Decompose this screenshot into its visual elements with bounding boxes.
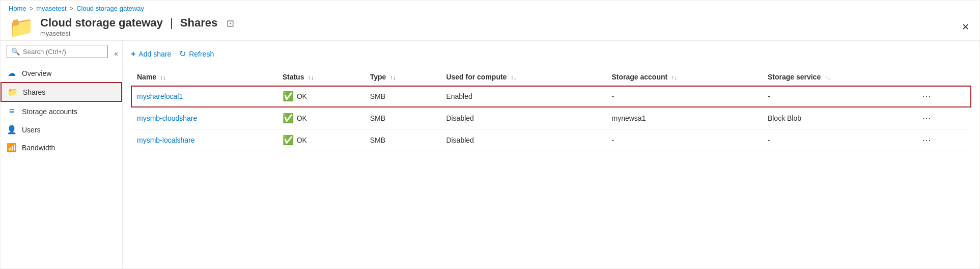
folder-icon: 📁 — [9, 17, 34, 37]
col-header-storage-service[interactable]: Storage service ↑↓ — [762, 69, 912, 86]
page-title: Cloud storage gateway | Shares ⊡ — [40, 16, 234, 30]
table-header-row: Name ↑↓ Status ↑↓ Type ↑↓ Used for com — [131, 69, 971, 86]
app-container: Home > myasetest > Cloud storage gateway… — [0, 0, 980, 269]
sidebar: 🔍 « ☁ Overview 📁 Shares ≡ Storage accoun… — [1, 41, 123, 268]
cell-storage-account: - — [606, 129, 762, 151]
sidebar-item-storage-accounts[interactable]: ≡ Storage accounts — [1, 102, 122, 121]
more-options-button[interactable]: ··· — [918, 90, 935, 102]
sidebar-item-overview[interactable]: ☁ Overview — [1, 64, 122, 82]
sort-icon-storage-service: ↑↓ — [825, 74, 830, 80]
cell-type: SMB — [364, 129, 440, 151]
wifi-icon: 📶 — [7, 143, 17, 152]
sidebar-item-shares[interactable]: 📁 Shares — [1, 82, 122, 102]
breadcrumb-current[interactable]: Cloud storage gateway — [76, 5, 144, 12]
refresh-label: Refresh — [189, 50, 214, 58]
close-icon[interactable]: ✕ — [960, 19, 971, 35]
cell-name: mysmb-localshare — [131, 129, 276, 151]
cell-compute: Disabled — [440, 107, 605, 129]
cell-name: mysharelocal1 — [131, 86, 276, 107]
breadcrumb-sep2: > — [70, 5, 74, 12]
add-icon: + — [131, 49, 135, 59]
cell-actions[interactable]: ··· — [912, 86, 971, 107]
table-row[interactable]: mysmb-localshare✅OKSMBDisabled--··· — [131, 129, 971, 151]
cell-storage-service: - — [762, 86, 912, 107]
cell-storage-service: - — [762, 129, 912, 151]
breadcrumb-home[interactable]: Home — [9, 5, 26, 12]
col-header-status[interactable]: Status ↑↓ — [276, 69, 364, 86]
subtitle: myasetest — [40, 30, 234, 37]
search-box[interactable]: 🔍 — [7, 45, 108, 58]
cell-status: ✅OK — [276, 107, 364, 129]
print-icon[interactable]: ⊡ — [227, 18, 234, 29]
col-header-storage-account[interactable]: Storage account ↑↓ — [606, 69, 762, 86]
table-row[interactable]: mysharelocal1✅OKSMBEnabled--··· — [131, 86, 971, 107]
more-options-button[interactable]: ··· — [918, 112, 935, 124]
sidebar-item-bandwidth[interactable]: 📶 Bandwidth — [1, 139, 122, 156]
sidebar-item-label-bandwidth: Bandwidth — [22, 144, 55, 152]
sort-icon-name: ↑↓ — [160, 74, 166, 80]
breadcrumb: Home > myasetest > Cloud storage gateway — [9, 5, 971, 12]
add-share-label: Add share — [138, 50, 171, 58]
cell-compute: Disabled — [440, 129, 605, 151]
breadcrumb-sep1: > — [30, 5, 34, 12]
breadcrumb-resource[interactable]: myasetest — [36, 5, 66, 12]
title-row: 📁 Cloud storage gateway | Shares ⊡ myase… — [9, 16, 971, 40]
cell-storage-account: mynewsa1 — [606, 107, 762, 129]
refresh-icon: ↻ — [179, 49, 186, 59]
cell-storage-service: Block Blob — [762, 107, 912, 129]
cell-name: mysmb-cloudshare — [131, 107, 276, 129]
shares-table: Name ↑↓ Status ↑↓ Type ↑↓ Used for com — [131, 69, 971, 151]
cell-status: ✅OK — [276, 129, 364, 151]
sort-icon-storage-account: ↑↓ — [671, 74, 677, 80]
cell-compute: Enabled — [440, 86, 605, 107]
sort-icon-compute: ↑↓ — [511, 74, 516, 80]
sidebar-item-label-overview: Overview — [22, 69, 51, 77]
col-header-name[interactable]: Name ↑↓ — [131, 69, 276, 86]
body: 🔍 « ☁ Overview 📁 Shares ≡ Storage accoun… — [1, 41, 979, 268]
cell-type: SMB — [364, 86, 440, 107]
sidebar-item-label-users: Users — [22, 126, 41, 134]
cloud-icon: ☁ — [7, 68, 17, 78]
collapse-button[interactable]: « — [112, 47, 120, 60]
table-row[interactable]: mysmb-cloudshare✅OKSMBDisabledmynewsa1Bl… — [131, 107, 971, 129]
search-icon: 🔍 — [11, 47, 20, 56]
user-icon: 👤 — [7, 125, 17, 134]
add-share-button[interactable]: + Add share — [131, 47, 171, 61]
folder-icon-sidebar: 📁 — [8, 87, 18, 97]
sidebar-item-label-shares: Shares — [23, 88, 45, 96]
sort-icon-status: ↑↓ — [308, 74, 314, 80]
header: Home > myasetest > Cloud storage gateway… — [1, 1, 979, 41]
search-input[interactable] — [23, 48, 103, 56]
refresh-button[interactable]: ↻ Refresh — [179, 47, 214, 61]
search-row: 🔍 « — [1, 45, 122, 62]
col-header-compute[interactable]: Used for compute ↑↓ — [440, 69, 605, 86]
sidebar-item-users[interactable]: 👤 Users — [1, 121, 122, 139]
storage-icon: ≡ — [7, 106, 17, 117]
title-left: 📁 Cloud storage gateway | Shares ⊡ myase… — [9, 16, 234, 37]
title-text: Cloud storage gateway | Shares ⊡ myasete… — [40, 16, 234, 37]
cell-type: SMB — [364, 107, 440, 129]
col-header-actions — [912, 69, 971, 86]
toolbar: + Add share ↻ Refresh — [131, 47, 971, 61]
col-header-type[interactable]: Type ↑↓ — [364, 69, 440, 86]
cell-storage-account: - — [606, 86, 762, 107]
main-content: + Add share ↻ Refresh Name ↑↓ — [123, 41, 979, 268]
sidebar-item-label-storage: Storage accounts — [22, 107, 77, 116]
cell-status: ✅OK — [276, 86, 364, 107]
cell-actions[interactable]: ··· — [912, 107, 971, 129]
more-options-button[interactable]: ··· — [918, 134, 935, 146]
cell-actions[interactable]: ··· — [912, 129, 971, 151]
sort-icon-type: ↑↓ — [390, 74, 396, 80]
